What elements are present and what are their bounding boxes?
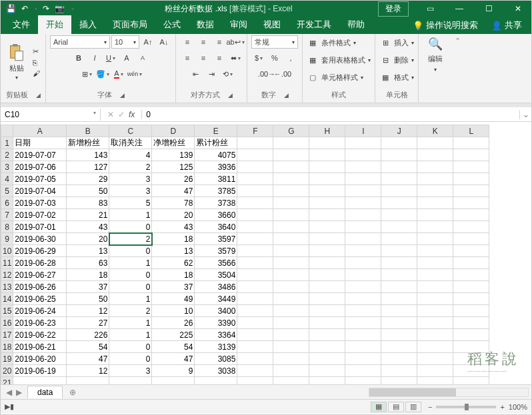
cell[interactable]: 3785 <box>195 185 237 197</box>
fx-icon[interactable]: fx <box>129 110 135 119</box>
save-icon[interactable]: 💾 <box>6 4 16 13</box>
ribbon-options-icon[interactable]: ▭ <box>417 1 443 17</box>
cell[interactable] <box>453 269 489 281</box>
cell[interactable]: 47 <box>152 353 195 365</box>
cell[interactable]: 0 <box>109 221 152 233</box>
tab-page-layout[interactable]: 页面布局 <box>105 15 155 34</box>
column-header[interactable]: A <box>13 125 67 137</box>
cell[interactable] <box>345 293 381 305</box>
cell[interactable]: 日期 <box>13 137 67 149</box>
cell[interactable] <box>345 137 381 149</box>
cell[interactable] <box>453 281 489 293</box>
sheet-nav-prev-icon[interactable]: ◀ <box>6 388 12 397</box>
zoom-level[interactable]: 100% <box>509 403 527 411</box>
cell[interactable] <box>309 185 345 197</box>
cell[interactable] <box>237 269 273 281</box>
cell[interactable] <box>453 245 489 257</box>
cell[interactable]: 18 <box>152 233 195 245</box>
cell[interactable] <box>345 161 381 173</box>
column-header[interactable]: L <box>453 125 489 137</box>
align-middle-icon[interactable]: ≡ <box>196 35 211 49</box>
record-macro-icon[interactable]: ▶▮ <box>5 402 14 411</box>
cell[interactable] <box>273 329 309 341</box>
cell[interactable]: 2019-07-04 <box>13 185 67 197</box>
cell[interactable]: 2019-06-20 <box>13 353 67 365</box>
align-launcher[interactable]: ◢ <box>228 92 233 99</box>
cell[interactable] <box>417 377 453 385</box>
cell[interactable] <box>237 329 273 341</box>
cell[interactable] <box>381 293 417 305</box>
increase-font-icon[interactable]: A↑ <box>141 35 155 49</box>
horizontal-scrollbar[interactable] <box>83 388 531 397</box>
currency-icon[interactable]: $ <box>251 51 266 65</box>
cell[interactable] <box>453 353 489 365</box>
cell[interactable]: 3364 <box>195 329 237 341</box>
undo-dropdown[interactable] <box>33 6 37 12</box>
cell[interactable]: 9 <box>152 365 195 377</box>
cell[interactable]: 3 <box>109 173 152 185</box>
cell[interactable] <box>345 245 381 257</box>
cell[interactable] <box>417 305 453 317</box>
cell[interactable] <box>237 185 273 197</box>
cell[interactable] <box>309 269 345 281</box>
cell[interactable] <box>417 197 453 209</box>
worksheet-grid[interactable]: ABCDEFGHIJKL1日期新增粉丝取消关注净增粉丝累计粉丝22019-07-… <box>1 125 531 384</box>
cell[interactable] <box>345 281 381 293</box>
cell[interactable]: 2019-06-21 <box>13 341 67 353</box>
cell[interactable] <box>273 233 309 245</box>
percent-icon[interactable]: % <box>267 51 282 65</box>
cell[interactable] <box>381 377 417 385</box>
cell[interactable]: 4 <box>109 149 152 161</box>
cell[interactable] <box>309 377 345 385</box>
cell[interactable] <box>417 185 453 197</box>
cell[interactable] <box>381 137 417 149</box>
cell[interactable] <box>273 245 309 257</box>
cell[interactable] <box>309 197 345 209</box>
cell[interactable] <box>273 365 309 377</box>
cell[interactable]: 2019-06-19 <box>13 365 67 377</box>
tab-insert[interactable]: 插入 <box>71 15 105 34</box>
cell[interactable] <box>67 377 109 385</box>
cell[interactable] <box>309 149 345 161</box>
cell[interactable] <box>309 281 345 293</box>
cell[interactable]: 43 <box>152 221 195 233</box>
login-button[interactable]: 登录 <box>378 1 409 17</box>
cell[interactable]: 1 <box>109 329 152 341</box>
cell[interactable]: 78 <box>152 197 195 209</box>
cell[interactable] <box>237 149 273 161</box>
cell[interactable] <box>381 329 417 341</box>
cell[interactable] <box>453 341 489 353</box>
cell[interactable] <box>273 305 309 317</box>
cell[interactable] <box>417 293 453 305</box>
cell[interactable]: 3566 <box>195 257 237 269</box>
merge-cells-icon[interactable]: ⬌ <box>228 51 243 65</box>
cell[interactable] <box>417 329 453 341</box>
cell[interactable]: 20 <box>67 233 109 245</box>
find-select-button[interactable]: 🔍 编辑 ▾ <box>423 35 448 99</box>
cell[interactable] <box>345 353 381 365</box>
row-header[interactable]: 21 <box>1 377 13 385</box>
cell[interactable]: 37 <box>67 281 109 293</box>
name-box[interactable]: C10▾ <box>1 109 101 121</box>
tab-review[interactable]: 审阅 <box>222 15 255 34</box>
phonetic-icon[interactable]: wén <box>127 67 142 81</box>
cell[interactable] <box>273 221 309 233</box>
cell[interactable] <box>345 233 381 245</box>
cell[interactable]: 50 <box>67 185 109 197</box>
cell[interactable]: 0 <box>109 281 152 293</box>
cell[interactable]: 3390 <box>195 317 237 329</box>
cell[interactable] <box>237 245 273 257</box>
tab-home[interactable]: 开始 <box>38 15 71 34</box>
select-all-cell[interactable] <box>1 125 13 137</box>
row-header[interactable]: 9 <box>1 233 13 245</box>
align-top-icon[interactable]: ≡ <box>180 35 195 49</box>
cell[interactable]: 2 <box>109 161 152 173</box>
tab-developer[interactable]: 开发工具 <box>289 15 339 34</box>
cell[interactable]: 0 <box>109 341 152 353</box>
cell[interactable] <box>453 305 489 317</box>
cell[interactable] <box>237 293 273 305</box>
cell[interactable] <box>345 221 381 233</box>
cell[interactable]: 63 <box>67 257 109 269</box>
row-header[interactable]: 20 <box>1 365 13 377</box>
cell[interactable]: 3139 <box>195 341 237 353</box>
